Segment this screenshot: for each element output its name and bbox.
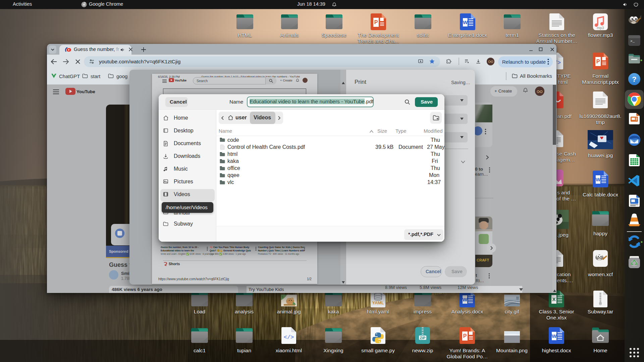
svg-text:?: ? bbox=[632, 75, 636, 83]
svg-text:>_: >_ bbox=[630, 39, 635, 43]
svg-text:YouTube: YouTube bbox=[175, 79, 186, 82]
svg-text:YouTube: YouTube bbox=[76, 89, 95, 94]
